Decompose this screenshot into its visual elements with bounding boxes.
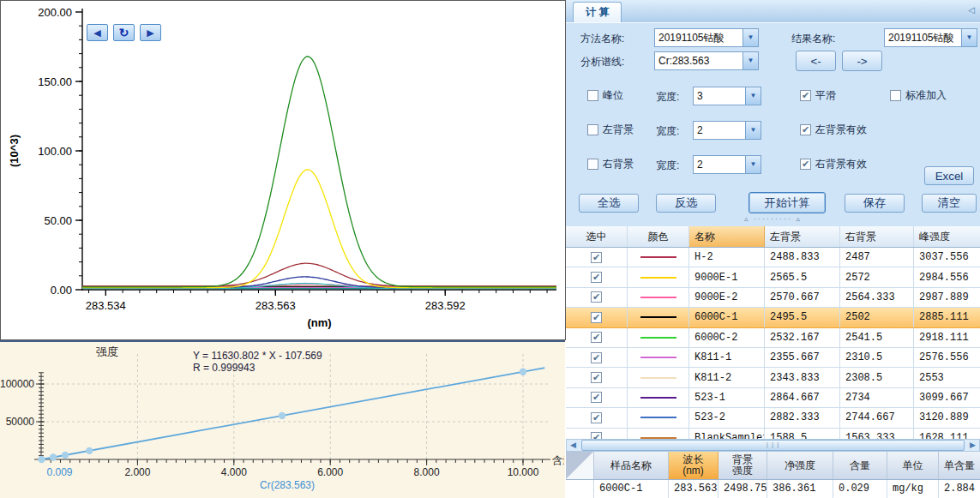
corner-select-all-cell[interactable] bbox=[566, 452, 594, 479]
checkbox-icon[interactable] bbox=[800, 159, 811, 170]
sample-result-table: 样品名称 波长 (nm) 背景 强度 净强度 含量 单位 单含量 6000C-1… bbox=[566, 452, 980, 498]
row-checkbox[interactable] bbox=[591, 312, 602, 323]
col-header-unit[interactable]: 单位 bbox=[887, 452, 939, 479]
chevron-down-icon[interactable]: ▼ bbox=[961, 29, 977, 46]
row-checkbox[interactable] bbox=[591, 372, 602, 383]
cell-peak-intensity: 2885.111 bbox=[914, 308, 980, 327]
row-checkbox[interactable] bbox=[591, 392, 602, 403]
checkbox-icon[interactable] bbox=[587, 124, 598, 135]
table-row[interactable]: 9000E-12565.525722984.556 bbox=[566, 267, 980, 287]
save-button[interactable]: 保存 bbox=[845, 194, 905, 213]
col-header-color[interactable]: 颜色 bbox=[628, 226, 689, 247]
table-row[interactable]: H-22488.83324873037.556 bbox=[566, 248, 980, 267]
scrollbar-left-icon[interactable]: ◀ bbox=[567, 440, 580, 451]
horizontal-scrollbar[interactable]: ◀ | | | ▶ bbox=[566, 439, 980, 452]
cell-name: 523-2 bbox=[689, 408, 765, 427]
col-header-name[interactable]: 名称 bbox=[689, 226, 765, 247]
row-checkbox[interactable] bbox=[591, 272, 602, 283]
checkbox-icon[interactable] bbox=[800, 124, 811, 135]
row-checkbox[interactable] bbox=[591, 332, 602, 343]
col-header-bg-intensity[interactable]: 背景 强度 bbox=[718, 452, 767, 479]
checkbox-label: 平滑 bbox=[815, 88, 836, 103]
peak-position-checkbox[interactable]: 峰位 bbox=[587, 88, 623, 103]
collapse-panel-icon[interactable]: ◁ bbox=[968, 5, 975, 15]
calibration-chart-panel: 500001000002.0004.0006.0008.00010.0000.0… bbox=[0, 340, 565, 498]
checkbox-icon[interactable] bbox=[587, 159, 598, 170]
right-bg-valid-checkbox[interactable]: 右背景有效 bbox=[800, 157, 867, 171]
row-checkbox[interactable] bbox=[591, 252, 602, 263]
table-row[interactable]: K811-12355.6672310.52576.556 bbox=[566, 348, 980, 368]
col-header-net-intensity[interactable]: 净强度 bbox=[767, 452, 833, 479]
splitter-dots-icon: ········· bbox=[754, 214, 792, 223]
checkbox-label: 峰位 bbox=[603, 88, 623, 103]
smooth-checkbox[interactable]: 平滑 bbox=[800, 88, 836, 103]
left-bg-width-value: 2 bbox=[694, 122, 745, 139]
svg-text:50.00: 50.00 bbox=[44, 214, 72, 227]
row-select-cell[interactable] bbox=[566, 480, 594, 498]
prev-line-button[interactable]: <- bbox=[796, 51, 836, 71]
peak-width-select[interactable]: 3 ▼ bbox=[693, 87, 761, 105]
row-checkbox[interactable] bbox=[591, 352, 602, 363]
row-checkbox[interactable] bbox=[591, 291, 602, 303]
next-line-button[interactable]: -> bbox=[842, 51, 882, 71]
col-header-wavelength[interactable]: 波长 (nm) bbox=[669, 452, 718, 479]
table-row[interactable]: 6000C-12495.525022885.111 bbox=[566, 308, 980, 327]
scroll-left-button[interactable]: ◀ bbox=[87, 24, 108, 41]
splitter-arrow-icon: ▵ bbox=[797, 214, 803, 223]
scrollbar-thumb[interactable]: | | | bbox=[581, 440, 965, 451]
col-header-sample-name[interactable]: 样品名称 bbox=[594, 452, 669, 479]
panel-splitter-handle[interactable]: ▵ ········· ▵ bbox=[566, 214, 980, 223]
data-point[interactable] bbox=[279, 412, 286, 419]
right-bg-width-select[interactable]: 2 ▼ bbox=[693, 155, 761, 174]
result-select[interactable]: 20191105钴酸 ▼ bbox=[884, 28, 977, 47]
table-row[interactable]: 523-22882.3332744.6673120.889 bbox=[566, 408, 980, 428]
excel-button[interactable]: Excel bbox=[924, 166, 974, 185]
series-label: Cr(283.563) bbox=[260, 479, 315, 491]
data-point[interactable] bbox=[50, 453, 57, 460]
right-background-checkbox[interactable]: 右背景 bbox=[587, 157, 634, 171]
svg-text:50000: 50000 bbox=[6, 416, 35, 428]
data-point[interactable] bbox=[38, 456, 45, 463]
analysis-line-select[interactable]: Cr:283.563 ▼ bbox=[654, 51, 759, 70]
invert-selection-button[interactable]: 反选 bbox=[656, 194, 716, 213]
col-header-left-bg[interactable]: 左背景 bbox=[765, 226, 840, 247]
col-header-selected[interactable]: 选中 bbox=[566, 226, 628, 247]
r-value-label: R = 0.999943 bbox=[193, 362, 256, 374]
method-select[interactable]: 20191105钴酸 ▼ bbox=[654, 28, 759, 47]
tab-calculate[interactable]: 计 算 bbox=[573, 2, 622, 22]
chevron-down-icon[interactable]: ▼ bbox=[743, 29, 758, 46]
chevron-down-icon[interactable]: ▼ bbox=[745, 156, 761, 173]
chevron-down-icon[interactable]: ▼ bbox=[743, 52, 758, 69]
refresh-icon[interactable]: ↻ bbox=[113, 24, 135, 41]
checkbox-icon[interactable] bbox=[890, 90, 901, 101]
chevron-down-icon[interactable]: ▼ bbox=[745, 87, 761, 105]
sample-cell: 2498.75 bbox=[718, 480, 767, 498]
clear-button[interactable]: 清空 bbox=[922, 194, 977, 213]
table-row[interactable]: 9000E-22570.6672564.3332987.889 bbox=[566, 288, 980, 308]
table-row[interactable]: K811-22343.8332308.52553 bbox=[566, 368, 980, 387]
col-header-peak[interactable]: 峰强度 bbox=[914, 226, 980, 247]
svg-text:10.000: 10.000 bbox=[508, 466, 539, 478]
col-header-unit-content[interactable]: 单含量 bbox=[939, 452, 980, 479]
select-all-button[interactable]: 全选 bbox=[579, 194, 639, 213]
start-calculation-button[interactable]: 开始计算 bbox=[749, 192, 826, 213]
scroll-right-button[interactable]: ▶ bbox=[140, 24, 161, 41]
scrollbar-right-icon[interactable]: ▶ bbox=[966, 440, 979, 451]
left-background-checkbox[interactable]: 左背景 bbox=[587, 123, 634, 137]
sample-table-row[interactable]: 6000C-1283.5632498.75386.3610.029mg/kg2.… bbox=[566, 480, 980, 498]
checkbox-icon[interactable] bbox=[800, 90, 811, 101]
left-bg-width-select[interactable]: 2 ▼ bbox=[693, 121, 761, 140]
col-header-content[interactable]: 含量 bbox=[833, 452, 887, 479]
data-point[interactable] bbox=[520, 369, 526, 375]
chevron-down-icon[interactable]: ▼ bbox=[745, 122, 761, 139]
row-checkbox[interactable] bbox=[591, 412, 602, 423]
left-bg-valid-checkbox[interactable]: 左背景有效 bbox=[800, 123, 867, 137]
table-row[interactable]: 523-12864.66727343099.667 bbox=[566, 388, 980, 408]
results-table-header: 选中 颜色 名称 左背景 右背景 峰强度 bbox=[566, 226, 980, 248]
data-point[interactable] bbox=[62, 452, 69, 459]
table-row[interactable]: 6000C-22532.1672541.52918.111 bbox=[566, 328, 980, 348]
data-point[interactable] bbox=[86, 447, 93, 454]
checkbox-icon[interactable] bbox=[587, 90, 598, 101]
standard-addition-checkbox[interactable]: 标准加入 bbox=[890, 88, 947, 103]
col-header-right-bg[interactable]: 右背景 bbox=[840, 226, 914, 247]
